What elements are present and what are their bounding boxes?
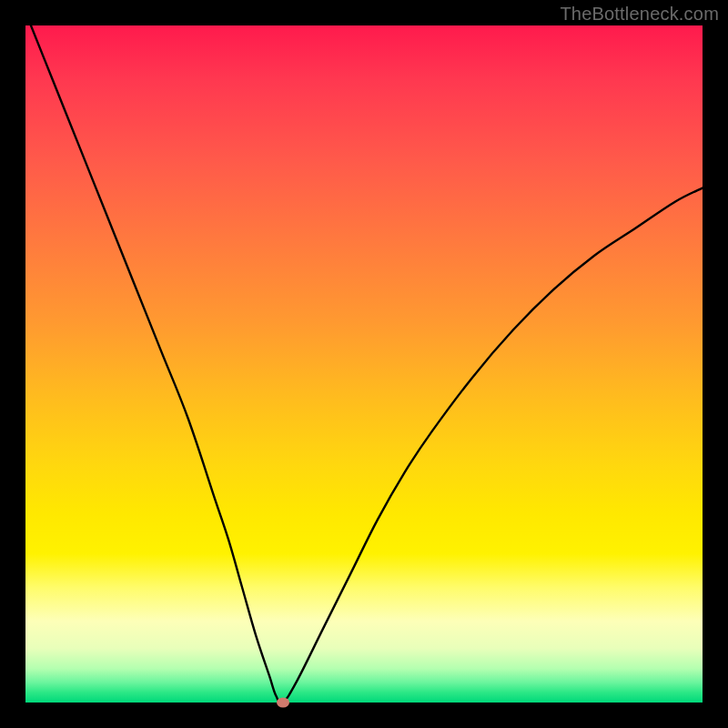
chart-frame: TheBottleneck.com <box>0 0 728 728</box>
watermark-text: TheBottleneck.com <box>560 4 719 25</box>
bottleneck-curve <box>25 25 703 703</box>
optimal-point-marker <box>277 698 289 708</box>
plot-area <box>25 25 703 703</box>
